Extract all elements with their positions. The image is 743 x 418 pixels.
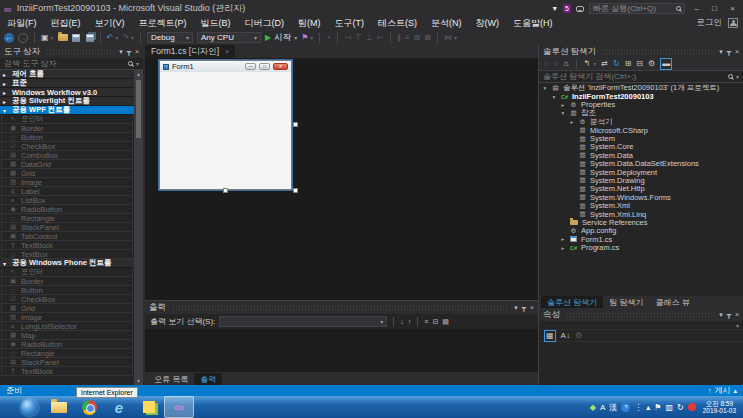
tree-item[interactable]: ▸C#Program.cs [539, 243, 743, 251]
feedback-icon[interactable] [576, 6, 584, 12]
quick-launch-input[interactable]: 빠른 실행(Ctrl+Q) [589, 3, 685, 14]
chevron-right-icon[interactable]: ▸ [569, 119, 575, 125]
start-debug-button[interactable]: ▶시작▾ [265, 32, 297, 44]
deploy-icon[interactable]: ⚑ [301, 33, 308, 43]
clear-all-icon[interactable]: ⊟ [432, 317, 438, 327]
tree-item[interactable]: ▥System [539, 134, 743, 142]
design-form-window[interactable]: Form1 — □ ✕ [159, 60, 292, 190]
output-content[interactable] [145, 329, 538, 372]
tree-item[interactable]: Service References [539, 218, 743, 226]
window-position-icon[interactable]: ▾ [719, 310, 723, 320]
chevron-right-icon[interactable]: ▸ [560, 245, 566, 251]
next-message-icon[interactable]: ↓ [400, 317, 404, 327]
caret-icon[interactable]: ▾ [593, 59, 596, 69]
publish-button[interactable]: ↑ 게시 ▴ [708, 385, 737, 396]
close-icon[interactable]: × [530, 303, 534, 313]
toolbox-scrollbar[interactable]: ▴ ▾ [134, 70, 143, 385]
pin-icon[interactable]: ┳ [127, 47, 131, 57]
form-client-area[interactable] [160, 72, 291, 189]
horizontal-spacing-icon[interactable]: ⋈ [444, 33, 452, 43]
nav-forward-icon[interactable]: → [18, 33, 28, 43]
align-bottom-icon[interactable]: ⊥ [366, 33, 373, 43]
minimize-button[interactable]: – [690, 4, 703, 13]
menu-item[interactable]: 도움말(H) [506, 17, 560, 30]
tab-클래스 뷰[interactable]: 클래스 뷰 [649, 296, 695, 308]
form-title-bar[interactable]: Form1 — □ ✕ [160, 61, 291, 72]
properties-title-bar[interactable]: 속성 ▾┳× [539, 308, 743, 321]
tray-help-icon[interactable]: ? [621, 403, 630, 412]
chevron-right-icon[interactable]: ▸ [560, 236, 566, 242]
ime-english-indicator[interactable]: A [600, 403, 605, 412]
resize-handle-bottom[interactable] [223, 188, 228, 193]
menu-item[interactable]: 분석(N) [424, 17, 469, 30]
form-close-button[interactable]: ✕ [273, 63, 288, 70]
close-button[interactable]: × [726, 4, 739, 13]
switch-views-icon[interactable]: ↰ [584, 59, 591, 69]
taskbar-clock[interactable]: 오전 8:59 2019-01-03 [700, 400, 739, 415]
debug-config-dropdown[interactable]: Debug▾ [147, 32, 193, 43]
sign-in-link[interactable]: 로그인 [697, 17, 723, 29]
output-title-bar[interactable]: 출력 ▾┳× [145, 301, 538, 314]
caret-icon[interactable]: ▾ [131, 33, 134, 43]
toolbar-overflow-icon[interactable]: ▾ [310, 33, 313, 43]
tray-alert-icon[interactable] [688, 403, 696, 411]
forward-icon[interactable]: ○ [554, 59, 559, 69]
tree-item[interactable]: ▸⚙Properties [539, 101, 743, 109]
expand-all-icon[interactable]: ⊞ [625, 59, 632, 69]
output-source-dropdown[interactable]: ▾ [219, 316, 387, 327]
tree-item[interactable]: ▸Form1.cs [539, 235, 743, 243]
tray-security-icon[interactable]: ◆ [590, 403, 596, 412]
caret-icon[interactable]: ▾ [51, 33, 54, 43]
forms-designer-surface[interactable]: Form1 — □ ✕ [145, 58, 538, 300]
taskbar-sticky-notes-icon[interactable] [134, 396, 164, 418]
tray-sync-icon[interactable]: ↻ [677, 403, 684, 412]
menu-item[interactable]: 빌드(B) [194, 17, 238, 30]
window-position-icon[interactable]: ▾ [719, 47, 723, 57]
menu-item[interactable]: 프로젝트(P) [132, 17, 194, 30]
align-left-icon[interactable]: ⊣ [344, 33, 351, 43]
tray-display-icon[interactable]: ▥ [665, 403, 673, 412]
close-icon[interactable]: × [735, 47, 739, 57]
toolbox-item-TextBlock[interactable]: TTextBlock [1, 367, 133, 376]
resize-handle-right[interactable] [293, 122, 298, 127]
form-minimize-button[interactable]: — [245, 63, 256, 70]
alphabetical-icon[interactable]: A↓ [561, 331, 570, 341]
toolbox-search-input[interactable]: 검색 도구 상자 ▾ [0, 58, 143, 70]
restore-button[interactable]: □ [708, 4, 721, 13]
toggle-output-icon[interactable]: ▤ [442, 317, 449, 327]
collapse-all-icon[interactable]: ⊟ [636, 59, 643, 69]
taskbar-chrome-icon[interactable] [74, 396, 104, 418]
notifications-icon[interactable]: ▼ [551, 5, 558, 12]
pin-icon[interactable]: ┳ [727, 47, 731, 57]
taskbar-ie-icon[interactable]: e [104, 396, 134, 418]
tab-close-icon[interactable]: × [225, 48, 229, 55]
menu-item[interactable]: 편집(E) [44, 17, 88, 30]
solution-explorer-search-input[interactable]: 솔루션 탐색기 검색(Ctrl+;) ▾ [539, 71, 743, 83]
tree-item[interactable]: ▾▥참조 [539, 109, 743, 117]
close-icon[interactable]: × [735, 310, 739, 320]
scroll-up-icon[interactable]: ▴ [137, 70, 140, 78]
menu-item[interactable]: 파일(F) [0, 17, 44, 30]
resize-handle-corner[interactable] [293, 188, 298, 193]
chevron-right-icon[interactable]: ▸ [560, 102, 566, 108]
scroll-down-icon[interactable]: ▾ [137, 377, 140, 385]
size-to-grid-icon[interactable]: ⊠ [424, 33, 431, 43]
save-icon[interactable] [72, 34, 80, 42]
menu-item[interactable]: 보기(V) [88, 17, 132, 30]
toolbox-title-bar[interactable]: 도구 상자 ▾┳× [0, 45, 143, 58]
tree-item[interactable]: ▥System.Core [539, 143, 743, 151]
home-icon[interactable]: ⌂ [564, 59, 569, 69]
align-top-icon[interactable]: ⊤ [355, 33, 362, 43]
tree-item[interactable]: ▥Microsoft.CSharp [539, 126, 743, 134]
property-pages-icon[interactable]: ⚙ [575, 331, 582, 341]
open-file-icon[interactable] [58, 34, 68, 41]
refresh-icon[interactable]: ↻ [613, 59, 620, 69]
save-all-icon[interactable] [86, 34, 94, 42]
solution-explorer-title-bar[interactable]: 솔루션 탐색기 ▾┳× [539, 45, 743, 58]
preview-selected-items-icon[interactable]: ▬ [660, 58, 672, 70]
tab-form1-designer[interactable]: Form1.cs [디자인] × [145, 45, 235, 58]
tray-options-icon[interactable]: ⋮ [634, 403, 642, 412]
undo-icon[interactable]: ↶ [107, 33, 114, 43]
tree-item[interactable]: ▥System.Windows.Forms [539, 193, 743, 201]
word-wrap-icon[interactable]: ≡ [424, 317, 428, 327]
